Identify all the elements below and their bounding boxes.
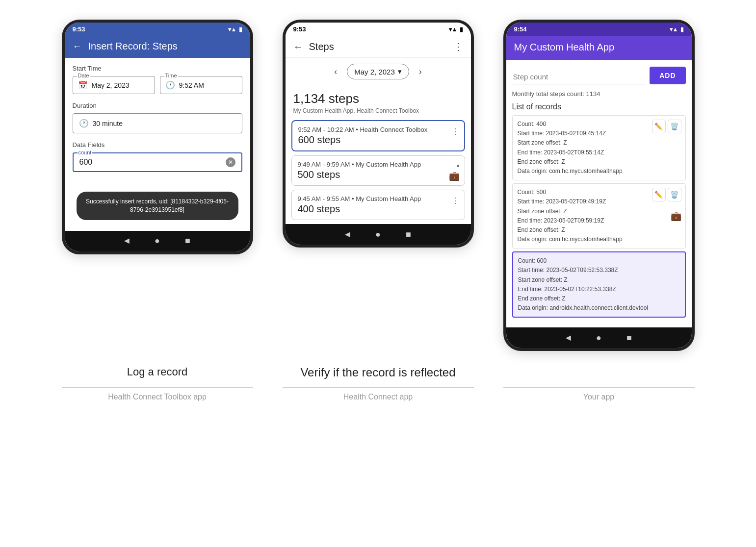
- caption-block-3: [503, 366, 695, 382]
- nav-recents-button[interactable]: ■: [624, 332, 635, 343]
- caption-block-1: Log a record: [62, 366, 253, 382]
- duration-value: 30 minute: [93, 120, 123, 127]
- rec-steps-1: 500 steps: [298, 169, 459, 180]
- phone2-status-icons: ▾▲ ▮: [449, 26, 463, 33]
- phone3-nav-bar: ◄ ● ■: [506, 327, 692, 348]
- footer-label-3: Your app: [503, 393, 695, 401]
- delete-button-0[interactable]: 🗑️: [668, 120, 681, 133]
- list-header: List of records: [512, 102, 686, 111]
- footer-label-1: Health Connect Toolbox app: [62, 393, 253, 401]
- step-input-row: ADD: [512, 67, 686, 84]
- rec2-data-origin: Data origin: androidx.health.connect.cli…: [518, 303, 680, 313]
- footer-section: Health Connect Toolbox app Health Connec…: [0, 382, 756, 403]
- date-prev-button[interactable]: ‹: [330, 65, 341, 79]
- record-entry-1[interactable]: 9:49 AM - 9:59 AM • My Custom Health App…: [291, 155, 465, 186]
- monthly-total: Monthly total steps count: 1134: [512, 90, 686, 98]
- date-inner-label: Date: [77, 73, 90, 78]
- phone1-status-bar: 9:53 ▾▲ ▮: [65, 23, 250, 36]
- add-button[interactable]: ADD: [650, 67, 685, 84]
- record-card-1: ✏️ 🗑️ Count: 500 Start time: 2023-05-02T…: [512, 183, 686, 249]
- rec2-start-time: Start time: 2023-05-02T09:52:53.338Z: [518, 266, 680, 275]
- rec1-end-time: End time: 2023-05-02T09:59:19Z: [518, 216, 680, 225]
- rec-menu-icon-1[interactable]: •: [457, 162, 460, 171]
- rec2-count: Count: 600: [518, 256, 680, 266]
- record-card-2: Count: 600 Start time: 2023-05-02T09:52:…: [512, 251, 686, 318]
- phone3-status-icons: ▾▲ ▮: [670, 26, 684, 33]
- briefcase-icon-1: 💼: [449, 171, 460, 181]
- footer-label-2: Health Connect app: [283, 393, 474, 401]
- time-value: 9:52 AM: [179, 81, 204, 89]
- phone1-body: Start Time Date 📅 May 2, 2023 Time 🕐 9:5…: [65, 58, 250, 231]
- count-field-value: 600: [79, 158, 93, 167]
- phone1-wrapper: 9:53 ▾▲ ▮ ← Insert Record: Steps Start T…: [62, 20, 253, 254]
- back-arrow-icon[interactable]: ←: [73, 41, 82, 52]
- rec-menu-icon-0[interactable]: ⋮: [451, 127, 459, 136]
- phone2-records-list: 9:52 AM - 10:22 AM • Health Connect Tool…: [286, 120, 471, 220]
- nav-home-button[interactable]: ●: [594, 332, 604, 343]
- count-field-label: count: [78, 149, 93, 155]
- date-chip[interactable]: May 2, 2023 ▾: [347, 64, 409, 79]
- rec-time-0: 9:52 AM - 10:22 AM • Health Connect Tool…: [298, 126, 458, 133]
- nav-back-button[interactable]: ◄: [342, 229, 353, 240]
- record-0-actions: ✏️ 🗑️: [652, 120, 681, 133]
- step-count-input[interactable]: [512, 70, 645, 84]
- record-card-0: ✏️ 🗑️ Count: 400 Start time: 2023-05-02T…: [512, 115, 686, 180]
- caption-2: Verify if the record is reflected: [283, 366, 474, 379]
- rec1-start-zone: Start zone offset: Z: [518, 207, 680, 216]
- divider-line-3: [503, 387, 695, 388]
- phone2-more-icon[interactable]: ⋮: [453, 41, 463, 52]
- delete-button-1[interactable]: 🗑️: [668, 188, 681, 201]
- date-time-row: Date 📅 May 2, 2023 Time 🕐 9:52 AM: [73, 76, 242, 94]
- duration-field[interactable]: 🕐 30 minute: [73, 113, 242, 133]
- rec0-end-time: End time: 2023-05-02T09:55:14Z: [518, 148, 680, 157]
- edit-button-0[interactable]: ✏️: [652, 120, 666, 133]
- phone2-header: ← Steps ⋮: [286, 36, 471, 58]
- edit-button-1[interactable]: ✏️: [652, 188, 666, 201]
- caption-block-2: Verify if the record is reflected: [283, 366, 474, 382]
- phone1-status-icons: ▾▲ ▮: [228, 26, 242, 33]
- caption-1: Log a record: [62, 366, 253, 378]
- rec1-end-zone: End zone offset: Z: [518, 225, 680, 235]
- phone2-time: 9:53: [293, 25, 306, 33]
- nav-recents-button[interactable]: ■: [182, 236, 193, 247]
- calendar-icon: 📅: [78, 80, 88, 90]
- time-field[interactable]: Time 🕐 9:52 AM: [160, 76, 242, 94]
- phone1-header: ← Insert Record: Steps: [65, 36, 250, 58]
- count-field[interactable]: count 600 ✕: [73, 152, 242, 172]
- phone2-nav-bar: ◄ ● ■: [286, 224, 471, 245]
- rec0-end-zone: End zone offset: Z: [518, 157, 680, 167]
- nav-home-button[interactable]: ●: [152, 236, 163, 247]
- phone3-screen-title: My Custom Health App: [514, 42, 684, 53]
- nav-back-button[interactable]: ◄: [122, 236, 132, 247]
- steps-sources: My Custom Health App, Health Connect Too…: [293, 107, 463, 114]
- rec0-start-zone: Start zone offset: Z: [518, 138, 680, 148]
- battery-icon: ▮: [680, 26, 684, 33]
- phone2-back-icon[interactable]: ←: [293, 41, 303, 52]
- rec-steps-0: 600 steps: [298, 134, 458, 146]
- rec2-end-zone: End zone offset: Z: [518, 294, 680, 303]
- phone3-header: My Custom Health App: [506, 36, 692, 60]
- data-fields-section: Data Fields count 600 ✕: [73, 141, 242, 172]
- phone2-section: 9:53 ▾▲ ▮ ← Steps ⋮ ‹ May 2, 2023 ▾ ›: [283, 20, 474, 248]
- rec-menu-icon-2[interactable]: ⋮: [452, 196, 460, 205]
- record-1-actions: ✏️ 🗑️: [652, 188, 681, 201]
- rec-time-1: 9:49 AM - 9:59 AM • My Custom Health App: [298, 161, 459, 168]
- wifi-icon: ▾▲: [670, 26, 678, 33]
- phone1-screen-title: Insert Record: Steps: [88, 41, 178, 52]
- date-field[interactable]: Date 📅 May 2, 2023: [73, 76, 155, 94]
- phone1-nav-bar: ◄ ● ■: [65, 231, 250, 251]
- nav-back-button[interactable]: ◄: [563, 332, 574, 343]
- battery-icon: ▮: [239, 26, 242, 33]
- record-entry-0[interactable]: 9:52 AM - 10:22 AM • Health Connect Tool…: [291, 120, 465, 151]
- date-dropdown-icon: ▾: [398, 67, 402, 76]
- count-clear-button[interactable]: ✕: [226, 157, 235, 167]
- success-toast: Successfully insert records, uid: [81184…: [77, 192, 238, 220]
- nav-recents-button[interactable]: ■: [403, 229, 414, 240]
- nav-home-button[interactable]: ●: [373, 229, 384, 240]
- clock-icon: 🕐: [165, 80, 175, 90]
- phone2-wrapper: 9:53 ▾▲ ▮ ← Steps ⋮ ‹ May 2, 2023 ▾ ›: [283, 20, 474, 248]
- date-next-button[interactable]: ›: [415, 65, 426, 79]
- record-entry-2[interactable]: 9:45 AM - 9:55 AM • My Custom Health App…: [291, 190, 465, 220]
- phone1-time: 9:53: [73, 25, 85, 33]
- phone2-screen-title: Steps: [309, 41, 447, 52]
